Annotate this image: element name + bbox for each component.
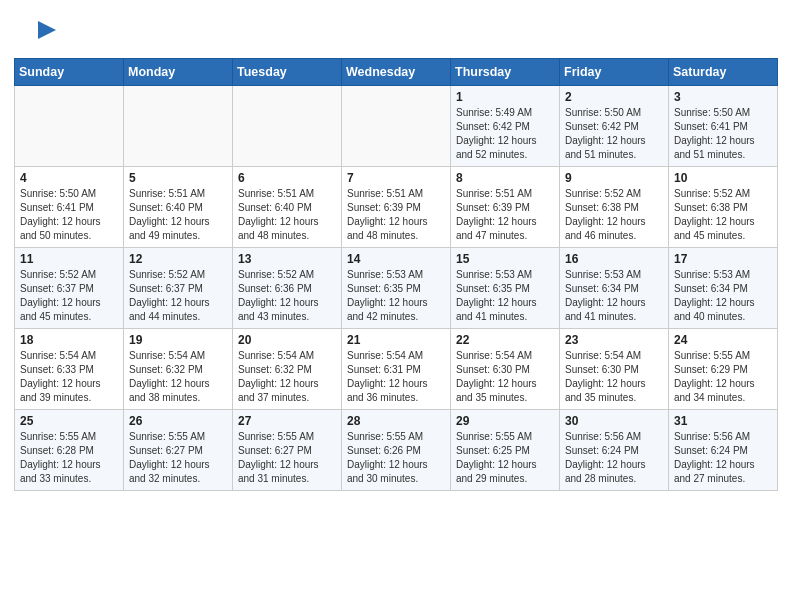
day-number: 25 [20,414,118,428]
weekday-header: Wednesday [342,59,451,86]
day-content: Sunrise: 5:56 AMSunset: 6:24 PMDaylight:… [674,430,772,486]
calendar-cell: 7Sunrise: 5:51 AMSunset: 6:39 PMDaylight… [342,167,451,248]
day-content: Sunrise: 5:55 AMSunset: 6:26 PMDaylight:… [347,430,445,486]
calendar-cell: 5Sunrise: 5:51 AMSunset: 6:40 PMDaylight… [124,167,233,248]
day-content: Sunrise: 5:54 AMSunset: 6:32 PMDaylight:… [238,349,336,405]
calendar-cell: 10Sunrise: 5:52 AMSunset: 6:38 PMDayligh… [669,167,778,248]
day-content: Sunrise: 5:49 AMSunset: 6:42 PMDaylight:… [456,106,554,162]
weekday-header: Monday [124,59,233,86]
day-number: 12 [129,252,227,266]
calendar-cell: 4Sunrise: 5:50 AMSunset: 6:41 PMDaylight… [15,167,124,248]
calendar-cell: 30Sunrise: 5:56 AMSunset: 6:24 PMDayligh… [560,410,669,491]
day-number: 28 [347,414,445,428]
calendar-cell: 2Sunrise: 5:50 AMSunset: 6:42 PMDaylight… [560,86,669,167]
day-number: 18 [20,333,118,347]
calendar-cell: 20Sunrise: 5:54 AMSunset: 6:32 PMDayligh… [233,329,342,410]
day-content: Sunrise: 5:50 AMSunset: 6:42 PMDaylight:… [565,106,663,162]
day-content: Sunrise: 5:53 AMSunset: 6:35 PMDaylight:… [456,268,554,324]
day-number: 11 [20,252,118,266]
day-number: 30 [565,414,663,428]
calendar-week-row: 4Sunrise: 5:50 AMSunset: 6:41 PMDaylight… [15,167,778,248]
day-number: 23 [565,333,663,347]
calendar-cell: 26Sunrise: 5:55 AMSunset: 6:27 PMDayligh… [124,410,233,491]
day-content: Sunrise: 5:53 AMSunset: 6:35 PMDaylight:… [347,268,445,324]
day-content: Sunrise: 5:54 AMSunset: 6:32 PMDaylight:… [129,349,227,405]
day-number: 2 [565,90,663,104]
weekday-header: Saturday [669,59,778,86]
calendar-body: 1Sunrise: 5:49 AMSunset: 6:42 PMDaylight… [15,86,778,491]
day-number: 4 [20,171,118,185]
day-number: 31 [674,414,772,428]
day-number: 20 [238,333,336,347]
day-content: Sunrise: 5:52 AMSunset: 6:38 PMDaylight:… [565,187,663,243]
calendar-cell [124,86,233,167]
day-content: Sunrise: 5:50 AMSunset: 6:41 PMDaylight:… [674,106,772,162]
day-content: Sunrise: 5:54 AMSunset: 6:33 PMDaylight:… [20,349,118,405]
calendar-cell: 18Sunrise: 5:54 AMSunset: 6:33 PMDayligh… [15,329,124,410]
day-content: Sunrise: 5:55 AMSunset: 6:27 PMDaylight:… [238,430,336,486]
calendar-cell: 23Sunrise: 5:54 AMSunset: 6:30 PMDayligh… [560,329,669,410]
day-number: 24 [674,333,772,347]
calendar-cell: 19Sunrise: 5:54 AMSunset: 6:32 PMDayligh… [124,329,233,410]
calendar-cell [342,86,451,167]
calendar-cell: 31Sunrise: 5:56 AMSunset: 6:24 PMDayligh… [669,410,778,491]
day-number: 22 [456,333,554,347]
page-header [0,0,792,58]
day-content: Sunrise: 5:51 AMSunset: 6:40 PMDaylight:… [129,187,227,243]
day-number: 3 [674,90,772,104]
calendar-cell: 13Sunrise: 5:52 AMSunset: 6:36 PMDayligh… [233,248,342,329]
day-number: 14 [347,252,445,266]
weekday-header: Thursday [451,59,560,86]
day-content: Sunrise: 5:51 AMSunset: 6:39 PMDaylight:… [347,187,445,243]
svg-marker-0 [38,21,56,39]
calendar-cell [233,86,342,167]
weekday-header: Sunday [15,59,124,86]
day-number: 27 [238,414,336,428]
day-number: 10 [674,171,772,185]
weekday-header: Tuesday [233,59,342,86]
day-number: 17 [674,252,772,266]
calendar-cell: 1Sunrise: 5:49 AMSunset: 6:42 PMDaylight… [451,86,560,167]
calendar-cell: 29Sunrise: 5:55 AMSunset: 6:25 PMDayligh… [451,410,560,491]
logo [24,18,58,50]
calendar-cell: 21Sunrise: 5:54 AMSunset: 6:31 PMDayligh… [342,329,451,410]
day-content: Sunrise: 5:53 AMSunset: 6:34 PMDaylight:… [565,268,663,324]
calendar-header: SundayMondayTuesdayWednesdayThursdayFrid… [15,59,778,86]
day-number: 9 [565,171,663,185]
day-content: Sunrise: 5:54 AMSunset: 6:30 PMDaylight:… [456,349,554,405]
day-content: Sunrise: 5:54 AMSunset: 6:30 PMDaylight:… [565,349,663,405]
calendar-cell: 12Sunrise: 5:52 AMSunset: 6:37 PMDayligh… [124,248,233,329]
day-number: 16 [565,252,663,266]
day-content: Sunrise: 5:52 AMSunset: 6:36 PMDaylight:… [238,268,336,324]
day-number: 7 [347,171,445,185]
calendar-cell: 14Sunrise: 5:53 AMSunset: 6:35 PMDayligh… [342,248,451,329]
logo-icon [28,16,58,50]
day-content: Sunrise: 5:51 AMSunset: 6:39 PMDaylight:… [456,187,554,243]
day-content: Sunrise: 5:55 AMSunset: 6:29 PMDaylight:… [674,349,772,405]
day-number: 26 [129,414,227,428]
day-number: 13 [238,252,336,266]
day-content: Sunrise: 5:52 AMSunset: 6:37 PMDaylight:… [129,268,227,324]
calendar-week-row: 1Sunrise: 5:49 AMSunset: 6:42 PMDaylight… [15,86,778,167]
day-number: 19 [129,333,227,347]
calendar-week-row: 11Sunrise: 5:52 AMSunset: 6:37 PMDayligh… [15,248,778,329]
day-content: Sunrise: 5:52 AMSunset: 6:38 PMDaylight:… [674,187,772,243]
day-content: Sunrise: 5:55 AMSunset: 6:28 PMDaylight:… [20,430,118,486]
calendar-cell: 15Sunrise: 5:53 AMSunset: 6:35 PMDayligh… [451,248,560,329]
calendar-cell: 25Sunrise: 5:55 AMSunset: 6:28 PMDayligh… [15,410,124,491]
day-content: Sunrise: 5:50 AMSunset: 6:41 PMDaylight:… [20,187,118,243]
calendar-table: SundayMondayTuesdayWednesdayThursdayFrid… [14,58,778,491]
day-number: 21 [347,333,445,347]
day-content: Sunrise: 5:56 AMSunset: 6:24 PMDaylight:… [565,430,663,486]
calendar-cell: 27Sunrise: 5:55 AMSunset: 6:27 PMDayligh… [233,410,342,491]
day-content: Sunrise: 5:55 AMSunset: 6:25 PMDaylight:… [456,430,554,486]
calendar-cell: 16Sunrise: 5:53 AMSunset: 6:34 PMDayligh… [560,248,669,329]
calendar-cell: 11Sunrise: 5:52 AMSunset: 6:37 PMDayligh… [15,248,124,329]
day-content: Sunrise: 5:53 AMSunset: 6:34 PMDaylight:… [674,268,772,324]
calendar-week-row: 18Sunrise: 5:54 AMSunset: 6:33 PMDayligh… [15,329,778,410]
calendar-cell: 17Sunrise: 5:53 AMSunset: 6:34 PMDayligh… [669,248,778,329]
calendar: SundayMondayTuesdayWednesdayThursdayFrid… [0,58,792,505]
day-content: Sunrise: 5:55 AMSunset: 6:27 PMDaylight:… [129,430,227,486]
day-content: Sunrise: 5:52 AMSunset: 6:37 PMDaylight:… [20,268,118,324]
calendar-cell: 6Sunrise: 5:51 AMSunset: 6:40 PMDaylight… [233,167,342,248]
